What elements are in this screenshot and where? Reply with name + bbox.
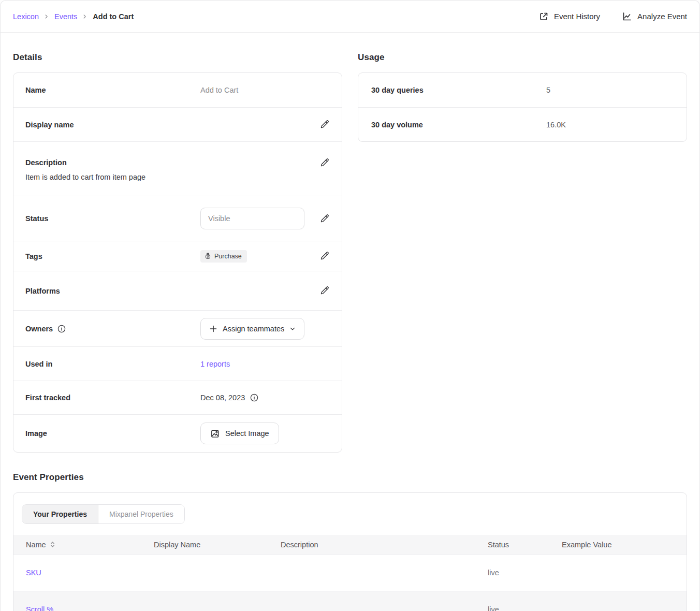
edit-platforms-button[interactable] <box>318 285 330 297</box>
info-icon[interactable] <box>57 325 66 333</box>
breadcrumb-events[interactable]: Events <box>54 12 77 21</box>
chevron-down-icon <box>289 326 296 332</box>
properties-tab-group: Your Properties Mixpanel Properties <box>22 504 185 524</box>
property-name-link[interactable]: Scroll % <box>26 605 53 611</box>
info-icon[interactable] <box>250 394 258 402</box>
used-in-reports-link[interactable]: 1 reports <box>200 360 330 368</box>
column-header-display-name: Display Name <box>154 541 281 549</box>
header-actions: Event History Analyze Event <box>538 11 687 22</box>
edit-description-button[interactable] <box>318 157 330 169</box>
property-status: live <box>488 569 562 577</box>
first-tracked-value: Dec 08, 2023 <box>200 394 245 402</box>
details-row-used-in: Used in 1 reports <box>13 346 342 381</box>
tag-chip-purchase[interactable]: Purchase <box>200 250 247 263</box>
tab-mixpanel-properties[interactable]: Mixpanel Properties <box>98 505 184 523</box>
analyze-event-label: Analyze Event <box>637 12 687 21</box>
image-icon <box>210 429 220 439</box>
description-value: Item is added to cart from item page <box>25 173 330 181</box>
breadcrumb: Lexicon Events Add to Cart <box>13 12 134 21</box>
property-status: live <box>488 605 562 611</box>
tab-your-properties[interactable]: Your Properties <box>22 505 98 523</box>
event-name-value: Add to Cart <box>200 86 330 94</box>
usage-row-queries: 30 day queries 5 <box>358 73 687 107</box>
property-row-scroll-pct[interactable]: Scroll % live <box>13 591 687 611</box>
lexicon-event-detail-page: Lexicon Events Add to Cart Event Hist <box>0 0 700 611</box>
name-label: Name <box>25 86 200 94</box>
edit-status-button[interactable] <box>318 213 330 225</box>
column-header-name[interactable]: Name <box>26 541 46 549</box>
event-properties-section-title: Event Properties <box>13 472 687 483</box>
status-value-field[interactable]: Visible <box>200 208 304 229</box>
column-header-description: Description <box>281 541 488 549</box>
usage-row-volume: 30 day volume 16.0K <box>358 107 687 141</box>
property-name-link[interactable]: SKU <box>26 569 41 577</box>
image-label: Image <box>25 429 200 438</box>
details-row-first-tracked: First tracked Dec 08, 2023 <box>13 381 342 414</box>
event-history-button[interactable]: Event History <box>538 11 600 22</box>
description-label: Description <box>25 158 318 167</box>
pencil-icon <box>319 158 329 168</box>
plus-icon <box>209 325 217 333</box>
platforms-label: Platforms <box>25 287 200 295</box>
select-image-button[interactable]: Select Image <box>200 423 279 444</box>
pencil-icon <box>319 214 329 224</box>
details-section-title: Details <box>13 52 342 63</box>
status-label: Status <box>25 214 200 223</box>
money-bag-icon <box>205 253 211 259</box>
queries-label: 30 day queries <box>371 86 546 94</box>
pencil-icon <box>319 120 329 129</box>
status-value: Visible <box>208 214 230 223</box>
assign-teammates-label: Assign teammates <box>223 325 284 333</box>
analyze-event-button[interactable]: Analyze Event <box>622 11 687 22</box>
volume-label: 30 day volume <box>371 121 546 129</box>
property-row-sku[interactable]: SKU live <box>13 554 687 591</box>
details-row-name: Name Add to Cart <box>13 73 342 107</box>
volume-value: 16.0K <box>546 121 674 129</box>
tags-label: Tags <box>25 252 200 260</box>
details-row-description: Description Item is added to cart from i… <box>13 141 342 196</box>
details-card: Name Add to Cart Display name <box>13 72 342 453</box>
usage-section-title: Usage <box>358 52 687 63</box>
details-row-display-name: Display name <box>13 107 342 141</box>
top-bar: Lexicon Events Add to Cart Event Hist <box>1 1 699 33</box>
assign-teammates-button[interactable]: Assign teammates <box>200 318 304 340</box>
details-row-platforms: Platforms <box>13 271 342 310</box>
details-row-status: Status Visible <box>13 196 342 241</box>
edit-display-name-button[interactable] <box>318 119 330 130</box>
first-tracked-label: First tracked <box>25 394 200 402</box>
event-history-label: Event History <box>554 12 600 21</box>
used-in-label: Used in <box>25 360 200 368</box>
details-row-image: Image Select Image <box>13 414 342 452</box>
details-row-owners: Owners <box>13 310 342 346</box>
main-content: Details Name Add to Cart Display name <box>1 33 699 611</box>
owners-label: Owners <box>25 325 53 333</box>
pencil-icon <box>319 286 329 296</box>
pencil-icon <box>319 251 329 261</box>
column-header-status: Status <box>488 541 562 549</box>
chevron-right-icon <box>43 13 50 20</box>
details-row-tags: Tags Purchase <box>13 241 342 271</box>
breadcrumb-lexicon[interactable]: Lexicon <box>13 12 39 21</box>
tag-label: Purchase <box>214 253 242 260</box>
edit-tags-button[interactable] <box>318 250 330 262</box>
sort-icon[interactable] <box>50 541 55 548</box>
select-image-label: Select Image <box>225 429 269 438</box>
event-properties-card: Your Properties Mixpanel Properties Name… <box>13 492 687 611</box>
chevron-right-icon <box>82 13 88 20</box>
properties-table-header: Name Display Name Description Status Exa… <box>13 535 687 554</box>
external-link-icon <box>538 11 549 22</box>
usage-card: 30 day queries 5 30 day volume 16.0K <box>358 72 687 142</box>
display-name-label: Display name <box>25 121 200 129</box>
line-chart-icon <box>622 11 632 22</box>
breadcrumb-current-event: Add to Cart <box>93 12 134 21</box>
queries-value: 5 <box>546 86 674 94</box>
column-header-example-value: Example Value <box>562 541 674 549</box>
